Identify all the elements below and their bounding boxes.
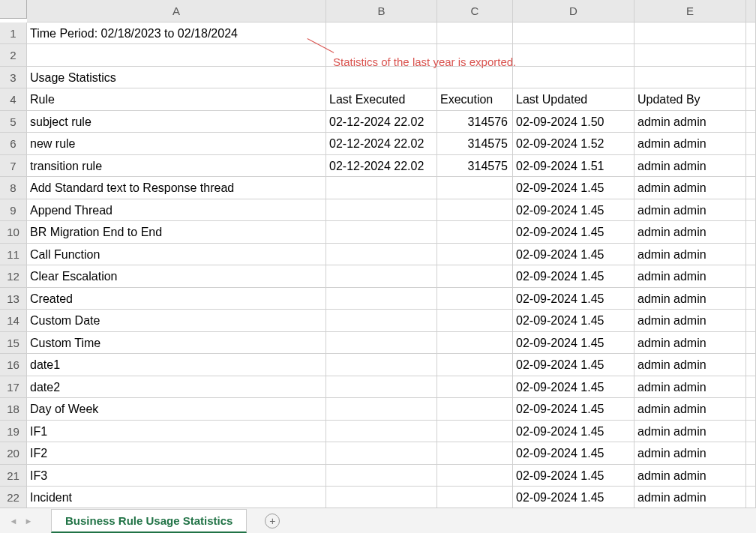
- row-header[interactable]: 14: [0, 310, 27, 332]
- cell-extra[interactable]: [746, 288, 756, 310]
- cell-last-updated[interactable]: 02-09-2024 1.45: [513, 221, 634, 244]
- cell-updated-by[interactable]: admin admin: [634, 487, 746, 509]
- cell-D1[interactable]: [513, 22, 634, 45]
- cell-rule[interactable]: IF2: [27, 442, 326, 465]
- cell-extra[interactable]: [746, 221, 756, 244]
- cell-extra[interactable]: [746, 111, 756, 133]
- cell-E2[interactable]: [634, 44, 746, 67]
- cell-execution[interactable]: 314576: [437, 111, 513, 133]
- cell-execution[interactable]: [437, 332, 513, 355]
- cell-execution[interactable]: [437, 310, 513, 332]
- row-header[interactable]: 20: [0, 442, 27, 465]
- cell-last-executed[interactable]: 02-12-2024 22.02: [326, 133, 437, 155]
- cell-updated-by[interactable]: admin admin: [634, 354, 746, 376]
- cell-updated-by[interactable]: admin admin: [634, 244, 746, 266]
- cell-updated-by[interactable]: admin admin: [634, 465, 746, 487]
- cell-updated-by[interactable]: admin admin: [634, 155, 746, 178]
- cell-last-updated[interactable]: 02-09-2024 1.45: [513, 288, 634, 310]
- cell-last-executed[interactable]: [326, 288, 437, 310]
- col-header-C[interactable]: C: [437, 0, 513, 22]
- cell-execution[interactable]: [437, 244, 513, 266]
- cell-last-executed[interactable]: [326, 199, 437, 222]
- row-header[interactable]: 18: [0, 398, 27, 421]
- cell-updated-by[interactable]: admin admin: [634, 376, 746, 399]
- row-header[interactable]: 9: [0, 199, 27, 222]
- cell-C1[interactable]: [437, 22, 513, 45]
- cell-rule[interactable]: transition rule: [27, 155, 326, 178]
- cell-updated-by[interactable]: admin admin: [634, 442, 746, 465]
- cell-B4[interactable]: Last Executed: [326, 88, 437, 111]
- row-header[interactable]: 5: [0, 111, 27, 133]
- cell-last-updated[interactable]: 02-09-2024 1.45: [513, 265, 634, 288]
- cell-updated-by[interactable]: admin admin: [634, 133, 746, 155]
- cell-last-updated[interactable]: 02-09-2024 1.51: [513, 155, 634, 178]
- cell-last-executed[interactable]: [326, 265, 437, 288]
- cell-last-updated[interactable]: 02-09-2024 1.45: [513, 442, 634, 465]
- cell-execution[interactable]: [437, 376, 513, 399]
- cell-updated-by[interactable]: admin admin: [634, 177, 746, 199]
- cell-execution[interactable]: 314575: [437, 155, 513, 178]
- cell-last-updated[interactable]: 02-09-2024 1.45: [513, 465, 634, 487]
- cell-extra[interactable]: [746, 133, 756, 155]
- row-header[interactable]: 6: [0, 133, 27, 155]
- cell-updated-by[interactable]: admin admin: [634, 332, 746, 355]
- row-header[interactable]: 3: [0, 67, 27, 89]
- cell-last-executed[interactable]: [326, 376, 437, 399]
- cell-A4[interactable]: Rule: [27, 88, 326, 111]
- cell-last-executed[interactable]: [326, 442, 437, 465]
- cell-updated-by[interactable]: admin admin: [634, 288, 746, 310]
- cell-last-executed[interactable]: 02-12-2024 22.02: [326, 111, 437, 133]
- cell-last-executed[interactable]: [326, 421, 437, 443]
- cell-extra[interactable]: [746, 199, 756, 222]
- cell-last-updated[interactable]: 02-09-2024 1.52: [513, 133, 634, 155]
- cell-last-updated[interactable]: 02-09-2024 1.45: [513, 310, 634, 332]
- cell-execution[interactable]: [437, 221, 513, 244]
- cell-extra[interactable]: [746, 155, 756, 178]
- cell-C3[interactable]: [437, 67, 513, 89]
- cell-updated-by[interactable]: admin admin: [634, 310, 746, 332]
- col-header-D[interactable]: D: [513, 0, 634, 22]
- cell-last-updated[interactable]: 02-09-2024 1.50: [513, 111, 634, 133]
- cell-last-executed[interactable]: [326, 221, 437, 244]
- cell-last-executed[interactable]: [326, 487, 437, 509]
- col-header-E[interactable]: E: [634, 0, 746, 22]
- cell-D3[interactable]: [513, 67, 634, 89]
- cell-last-executed[interactable]: [326, 398, 437, 421]
- cell-last-executed[interactable]: [326, 177, 437, 199]
- col-header-extra[interactable]: [746, 0, 756, 22]
- cell-last-executed[interactable]: [326, 244, 437, 266]
- cell-last-executed[interactable]: [326, 354, 437, 376]
- cell-execution[interactable]: [437, 487, 513, 509]
- cell-last-updated[interactable]: 02-09-2024 1.45: [513, 177, 634, 199]
- cell-extra[interactable]: [746, 376, 756, 399]
- cell-execution[interactable]: [437, 265, 513, 288]
- cell-A2[interactable]: [27, 44, 326, 67]
- row-header[interactable]: 16: [0, 354, 27, 376]
- cell-A1[interactable]: Time Period: 02/18/2023 to 02/18/2024: [27, 22, 326, 45]
- row-header[interactable]: 21: [0, 465, 27, 487]
- add-sheet-button[interactable]: +: [265, 514, 280, 529]
- cell-extra[interactable]: [746, 442, 756, 465]
- cell-C4[interactable]: Execution: [437, 88, 513, 111]
- cell-D4[interactable]: Last Updated: [513, 88, 634, 111]
- cell-rule[interactable]: Append Thread: [27, 199, 326, 222]
- cell-extra[interactable]: [746, 398, 756, 421]
- cell-rule[interactable]: Day of Week: [27, 398, 326, 421]
- cell-extra[interactable]: [746, 421, 756, 443]
- tab-nav-next-icon[interactable]: ►: [21, 517, 36, 526]
- cell-B1[interactable]: [326, 22, 437, 45]
- cell-updated-by[interactable]: admin admin: [634, 398, 746, 421]
- cell-last-updated[interactable]: 02-09-2024 1.45: [513, 332, 634, 355]
- cell-updated-by[interactable]: admin admin: [634, 221, 746, 244]
- row-header[interactable]: 2: [0, 44, 27, 67]
- cell-extra[interactable]: [746, 67, 756, 89]
- cell-execution[interactable]: [437, 354, 513, 376]
- row-header[interactable]: 7: [0, 155, 27, 178]
- cell-rule[interactable]: date1: [27, 354, 326, 376]
- cell-last-updated[interactable]: 02-09-2024 1.45: [513, 487, 634, 509]
- cell-rule[interactable]: IF1: [27, 421, 326, 443]
- row-header[interactable]: 19: [0, 421, 27, 443]
- cell-last-updated[interactable]: 02-09-2024 1.45: [513, 354, 634, 376]
- cell-execution[interactable]: [437, 288, 513, 310]
- cell-rule[interactable]: Custom Date: [27, 310, 326, 332]
